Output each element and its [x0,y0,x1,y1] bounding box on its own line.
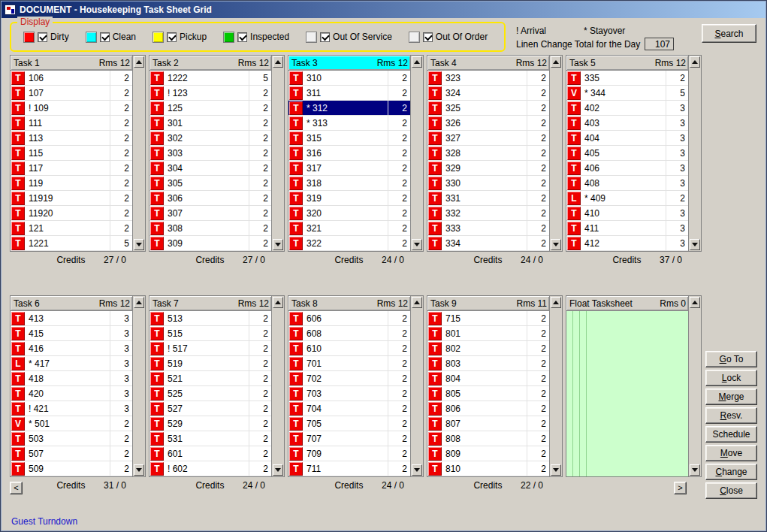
room-row[interactable]: T4203 [11,386,132,401]
room-row[interactable]: T3042 [149,161,271,176]
room-row[interactable]: T3022 [149,131,271,146]
close-button[interactable]: Close [705,482,757,499]
room-row[interactable]: T1172 [11,161,132,176]
room-row[interactable]: T3252 [427,101,549,116]
task-1-header[interactable]: Task 1Rms 12 [11,56,132,71]
change-button[interactable]: Change [705,464,757,480]
room-row[interactable]: T* 3122 [288,101,410,116]
room-row[interactable]: T3012 [149,116,271,131]
room-row[interactable]: T7092 [288,446,410,461]
out-of-order-checkbox[interactable] [423,32,433,42]
room-row[interactable]: T8092 [427,446,549,461]
room-row[interactable]: T8052 [427,386,549,401]
room-row[interactable]: T3232 [427,71,549,86]
scroll-down-button[interactable] [412,464,422,476]
room-row[interactable]: T3262 [427,116,549,131]
scroll-right-button[interactable]: > [674,482,687,494]
room-row[interactable]: T! 4213 [11,401,132,416]
pickup-checkbox[interactable] [167,32,177,42]
room-row[interactable]: T3332 [427,221,549,236]
room-row[interactable]: T6062 [288,311,410,326]
room-row[interactable]: T3102 [288,71,410,86]
room-row[interactable]: T8022 [427,341,549,356]
search-button[interactable]: Search [702,24,756,43]
room-row[interactable]: T5072 [11,446,132,461]
room-row[interactable]: T6082 [288,326,410,341]
room-row[interactable]: T5092 [11,461,132,476]
room-row[interactable]: T7112 [288,461,410,476]
scroll-track[interactable] [134,68,144,238]
task-9-header[interactable]: Task 9Rms 11 [427,296,549,311]
go-to-button[interactable]: Go To [705,351,757,367]
room-row[interactable]: T1112 [11,116,132,131]
room-row[interactable]: T4063 [566,161,688,176]
room-row[interactable]: T8102 [427,461,549,476]
room-row[interactable]: T7012 [288,356,410,371]
room-row[interactable]: T7052 [288,416,410,431]
room-row[interactable]: T3292 [427,161,549,176]
room-row[interactable]: T! 6022 [149,461,271,476]
room-row[interactable]: T1132 [11,131,132,146]
room-row[interactable]: T4153 [11,326,132,341]
scroll-up-button[interactable] [690,297,700,308]
scroll-track[interactable] [273,68,283,238]
scroll-up-button[interactable] [551,56,561,68]
room-row[interactable]: T3222 [288,236,410,251]
room-row[interactable]: T3032 [149,146,271,161]
room-row[interactable]: T1192 [11,176,132,191]
room-row[interactable]: T3062 [149,191,271,206]
room-row[interactable]: T8032 [427,356,549,371]
room-row[interactable]: T12225 [149,71,271,86]
room-row[interactable]: T3312 [427,191,549,206]
room-row[interactable]: T3162 [288,146,410,161]
room-row[interactable]: T3352 [566,71,688,86]
scroll-down-button[interactable] [412,239,422,250]
room-row[interactable]: L* 4173 [11,356,132,371]
scroll-down-button[interactable] [551,239,561,250]
room-row[interactable]: T1062 [11,71,132,86]
task-9-scrollbar[interactable] [549,296,562,476]
room-row[interactable]: T1252 [149,101,271,116]
task-6-scrollbar[interactable] [132,296,145,476]
room-row[interactable]: T3322 [427,206,549,221]
task-7-scrollbar[interactable] [271,296,284,476]
room-row[interactable]: T3282 [427,146,549,161]
room-row[interactable]: T3092 [149,236,271,251]
resv-button[interactable]: Resv. [705,407,757,424]
scroll-up-button[interactable] [412,56,422,68]
room-row[interactable]: T5292 [149,416,271,431]
task-4-scrollbar[interactable] [549,56,562,251]
room-row[interactable]: T7022 [288,371,410,386]
room-row[interactable]: V* 5012 [11,416,132,431]
scroll-up-button[interactable] [412,297,422,308]
scroll-up-button[interactable] [273,297,283,308]
room-row[interactable]: T7032 [288,386,410,401]
move-button[interactable]: Move [705,445,757,461]
room-row[interactable]: T6012 [149,446,271,461]
room-row[interactable]: T5132 [149,311,271,326]
room-row[interactable]: T5252 [149,386,271,401]
room-row[interactable]: T! 5172 [149,341,271,356]
scroll-up-button[interactable] [690,56,700,68]
room-row[interactable]: T5192 [149,356,271,371]
room-row[interactable]: T8082 [427,431,549,446]
guest-turndown-link[interactable]: Guest Turndown [11,516,77,527]
room-row[interactable]: T4023 [566,101,688,116]
task-2-header[interactable]: Task 2Rms 12 [149,56,271,71]
scroll-down-button[interactable] [690,239,700,250]
float-tasksheet-scrollbar[interactable] [688,296,701,476]
scroll-track[interactable] [412,68,422,238]
room-row[interactable]: T3242 [427,86,549,101]
room-row[interactable]: T4053 [566,146,688,161]
scroll-track[interactable] [690,68,700,238]
room-row[interactable]: T8042 [427,371,549,386]
room-row[interactable]: T3202 [288,206,410,221]
room-row[interactable]: T119202 [11,206,132,221]
room-row[interactable]: T4113 [566,221,688,236]
room-row[interactable]: T3182 [288,176,410,191]
scroll-left-button[interactable]: < [10,482,23,494]
room-row[interactable]: T3112 [288,86,410,101]
room-row[interactable]: T3342 [427,236,549,251]
room-row[interactable]: T3172 [288,161,410,176]
room-row[interactable]: T4183 [11,371,132,386]
